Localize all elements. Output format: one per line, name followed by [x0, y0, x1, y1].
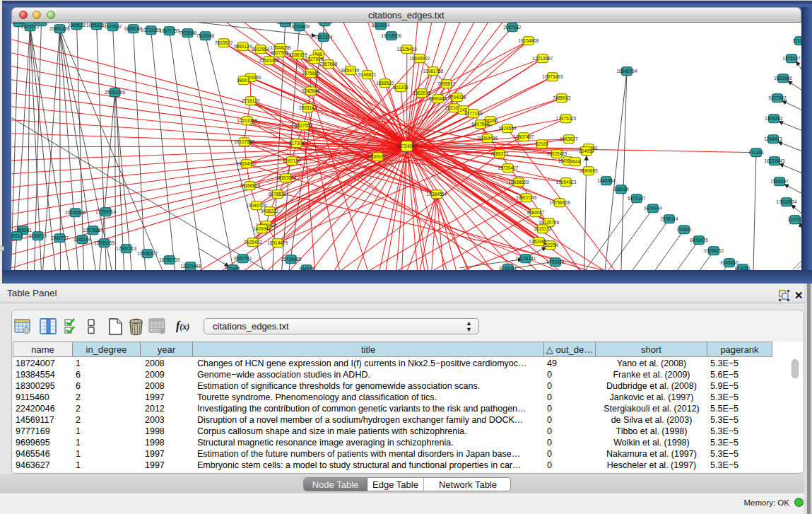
svg-text:10671355: 10671355: [159, 28, 180, 33]
svg-text:16782759: 16782759: [159, 257, 180, 262]
svg-text:8678832: 8678832: [269, 191, 287, 196]
svg-text:9777169: 9777169: [464, 110, 483, 115]
svg-text:7386372: 7386372: [490, 151, 509, 156]
svg-text:15716485: 15716485: [281, 256, 301, 261]
svg-text:10975867: 10975867: [83, 227, 103, 232]
svg-text:19166829: 19166829: [240, 182, 260, 187]
svg-text:0899695: 0899695: [579, 168, 598, 173]
svg-text:10046726: 10046726: [246, 202, 266, 207]
svg-text:19218506: 19218506: [381, 33, 401, 37]
svg-text:19756928: 19756928: [549, 199, 570, 204]
svg-text:7955812: 7955812: [437, 81, 456, 86]
svg-text:16033809: 16033809: [289, 23, 310, 28]
svg-text:6466160: 6466160: [124, 25, 142, 30]
svg-text:2718120: 2718120: [241, 98, 259, 103]
svg-text:6497568: 6497568: [471, 121, 490, 126]
svg-text:317004: 317004: [288, 140, 304, 145]
svg-text:15720407: 15720407: [498, 165, 518, 170]
svg-text:9474444: 9474444: [644, 205, 662, 210]
svg-text:938924: 938924: [613, 186, 629, 191]
svg-text:10958107: 10958107: [137, 250, 158, 255]
svg-text:9329966: 9329966: [774, 75, 792, 80]
svg-text:8990448: 8990448: [429, 95, 447, 100]
svg-text:9860124: 9860124: [233, 43, 252, 48]
svg-text:15640910: 15640910: [409, 55, 430, 60]
svg-text:822203: 822203: [392, 84, 408, 89]
svg-text:10688609: 10688609: [508, 179, 529, 184]
svg-text:9084067: 9084067: [526, 209, 545, 214]
svg-text:9857791: 9857791: [233, 255, 252, 260]
svg-text:62160: 62160: [535, 141, 548, 146]
svg-text:7625402: 7625402: [243, 239, 261, 244]
svg-text:10973493: 10973493: [542, 74, 563, 78]
svg-text:6479197: 6479197: [628, 195, 646, 200]
svg-text:10807487: 10807487: [513, 134, 534, 139]
svg-text:1527602: 1527602: [103, 23, 122, 28]
svg-text:9644: 9644: [570, 158, 580, 163]
svg-text:8912954: 8912954: [252, 46, 270, 51]
svg-text:10543382: 10543382: [259, 57, 279, 62]
svg-text:252254: 252254: [542, 242, 558, 247]
svg-text:111245: 111245: [792, 37, 801, 42]
svg-text:8454749: 8454749: [341, 67, 360, 72]
svg-text:9245652: 9245652: [720, 259, 739, 264]
svg-text:1209382: 1209382: [765, 115, 783, 120]
svg-text:12213967: 12213967: [532, 55, 553, 60]
svg-text:9327508: 9327508: [305, 56, 324, 61]
svg-text:18300295: 18300295: [367, 153, 388, 158]
svg-text:1409948: 1409948: [253, 226, 271, 230]
svg-text:9227342: 9227342: [768, 95, 787, 100]
svg-text:7515546: 7515546: [178, 30, 196, 35]
svg-text:874051: 874051: [735, 265, 751, 270]
svg-text:1569297: 1569297: [770, 178, 789, 183]
svg-text:911393: 911393: [748, 149, 764, 154]
svg-text:10107552: 10107552: [234, 139, 254, 144]
svg-text:2803144: 2803144: [299, 105, 317, 110]
svg-text:7663822: 7663822: [214, 40, 233, 45]
svg-text:20206536: 20206536: [65, 209, 86, 214]
svg-text:12975115: 12975115: [555, 115, 576, 120]
svg-text:16210643: 16210643: [764, 158, 784, 163]
svg-text:164957: 164957: [579, 148, 594, 153]
svg-text:20364436: 20364436: [477, 135, 498, 140]
svg-text:1588520: 1588520: [376, 80, 394, 85]
svg-text:1615132: 1615132: [534, 226, 552, 230]
svg-text:9827503: 9827503: [271, 49, 289, 54]
svg-text:9498222: 9498222: [261, 208, 279, 213]
svg-text:209114: 209114: [33, 23, 49, 24]
svg-text:7515546: 7515546: [196, 33, 214, 37]
svg-text:920451: 920451: [225, 266, 240, 270]
svg-text:104523: 104523: [298, 266, 314, 270]
svg-text:16648784: 16648784: [616, 68, 637, 73]
svg-text:17359914: 17359914: [95, 209, 116, 214]
svg-text:12905135: 12905135: [94, 240, 114, 245]
svg-text:9245091: 9245091: [499, 265, 517, 270]
svg-text:39114: 39114: [11, 233, 23, 238]
svg-text:8813054: 8813054: [372, 23, 390, 28]
svg-text:16120746: 16120746: [539, 219, 559, 224]
svg-text:14136141: 14136141: [515, 255, 536, 260]
svg-text:8267110: 8267110: [283, 158, 300, 163]
svg-text:6794028: 6794028: [448, 94, 466, 99]
svg-text:10025433: 10025433: [546, 151, 567, 156]
svg-text:1065528: 1065528: [67, 23, 86, 28]
svg-text:12213369: 12213369: [237, 117, 257, 122]
svg-text:18807249: 18807249: [516, 194, 536, 199]
svg-text:8186328: 8186328: [289, 52, 307, 57]
svg-text:3675685: 3675685: [302, 70, 320, 75]
svg-text:10719155: 10719155: [141, 27, 161, 32]
svg-text:18724007: 18724007: [396, 143, 417, 148]
svg-text:9146821: 9146821: [358, 71, 377, 76]
svg-text:1362615: 1362615: [413, 90, 431, 95]
svg-text:116753: 116753: [787, 216, 801, 221]
svg-text:8427552: 8427552: [295, 122, 313, 127]
svg-text:98901: 98901: [237, 77, 249, 82]
svg-text:1145194: 1145194: [73, 236, 91, 241]
svg-text:9463627: 9463627: [560, 136, 578, 141]
svg-text:7485063: 7485063: [553, 95, 571, 100]
svg-text:732621: 732621: [676, 226, 692, 231]
svg-text:1244413: 1244413: [764, 136, 782, 141]
svg-text:1575107: 1575107: [782, 55, 801, 60]
svg-text:10654112: 10654112: [703, 247, 724, 252]
svg-text:881305: 881305: [317, 23, 332, 24]
